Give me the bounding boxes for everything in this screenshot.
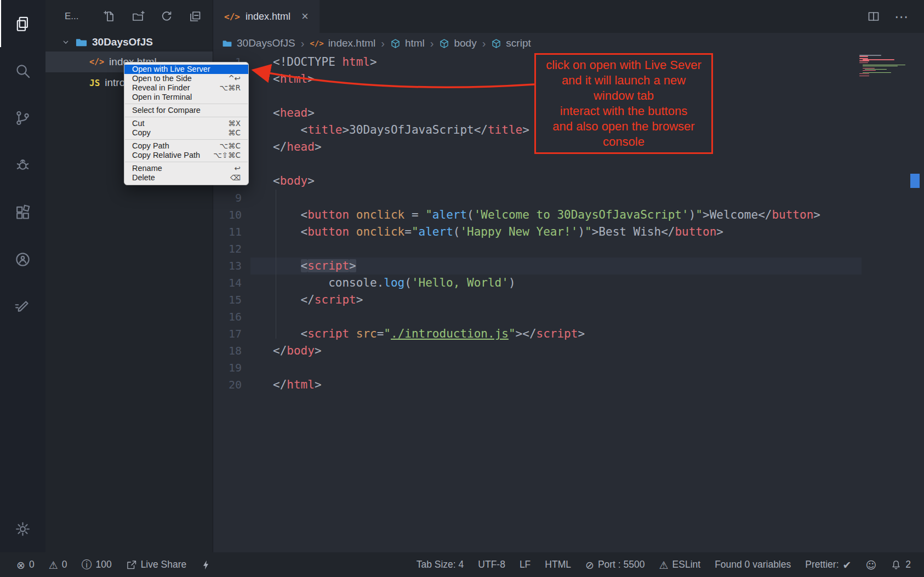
line-content: <button onclick = "alert('Welcome to 30D… [250,207,862,224]
breadcrumb-index.html[interactable]: </>index.html [310,37,375,49]
live-share-button[interactable] [0,236,45,283]
menu-item-copy[interactable]: Copy⌘C [124,128,248,138]
menu-separator [125,162,248,162]
menu-item-shortcut: ^↩ [228,74,241,83]
settings-button[interactable] [0,505,45,552]
menu-item-copy-path[interactable]: Copy Path⌥⌘C [124,141,248,151]
more-actions-icon[interactable]: ⋯ [894,9,909,25]
code-line-13[interactable]: 13 <script> [213,258,924,275]
menu-item-label: Open to the Side [132,74,192,83]
split-editor-icon[interactable] [867,10,880,23]
tab-close-icon[interactable]: × [301,9,309,24]
status-eslint[interactable]: ⚠ESLint [659,559,701,571]
status-eol[interactable]: LF [520,559,531,570]
menu-item-rename[interactable]: Rename↩ [124,164,248,173]
menu-item-shortcut: ⌫ [230,173,241,182]
tab-index-html[interactable]: </> index.html × [213,0,320,33]
code-line-12[interactable]: 12 [213,241,924,258]
status-tab-size[interactable]: Tab Size: 4 [417,559,464,570]
code-line-11[interactable]: 11 <button onclick="alert('Happy New Yea… [213,224,924,241]
minimap[interactable] [859,55,908,77]
tree-root-folder[interactable]: 30DaysOfJS [45,33,213,52]
collapse-all-icon [189,10,202,23]
line-content [250,156,862,173]
breadcrumb-separator: › [482,37,486,50]
breadcrumb-label: html [405,37,425,49]
code-line-14[interactable]: 14 console.log('Hello, World') [213,275,924,292]
menu-item-open-with-live-server[interactable]: Open with Live Server [124,65,248,74]
status-port[interactable]: ⊘Port : 5500 [585,559,645,571]
search-button[interactable] [0,47,45,94]
scrollbar-decoration[interactable] [910,174,920,188]
status-language-mode[interactable]: HTML [545,559,571,570]
extensions-button[interactable] [0,188,45,236]
code-line-10[interactable]: 10 <button onclick = "alert('Welcome to … [213,207,924,224]
pen-extension-button[interactable] [0,283,45,330]
code-line-18[interactable]: 18</body> [213,342,924,359]
breadcrumb-html[interactable]: html [390,37,425,49]
code-line-17[interactable]: 17 <script src="./introduction.js"></scr… [213,325,924,342]
menu-item-copy-relative-path[interactable]: Copy Relative Path⌥⇧⌘C [124,151,248,160]
code-line-19[interactable]: 19 [213,359,924,376]
status-bolt[interactable] [201,559,212,570]
status-encoding[interactable]: UTF-8 [478,559,505,570]
chevron-down-icon [61,37,71,47]
status-label: 0 [29,559,35,570]
status-feedback[interactable]: ☺ [865,559,876,571]
menu-item-delete[interactable]: Delete⌫ [124,173,248,182]
refresh-button[interactable] [160,10,173,23]
code-line-16[interactable]: 16 [213,309,924,325]
menu-item-select-for-compare[interactable]: Select for Compare [124,106,248,115]
sidebar-header: E... [45,0,213,33]
code-line-9[interactable]: 9 [213,190,924,207]
code-line-20[interactable]: 20</html> [213,376,924,393]
status-errors[interactable]: ⊗0 [16,559,35,571]
status-label: Live Share [141,559,187,570]
bug-icon [14,157,31,174]
new-file-button[interactable] [103,10,116,23]
menu-item-label: Copy Relative Path [132,151,200,160]
explorer-button[interactable] [0,0,45,47]
warning-icon: ⚠ [49,559,58,571]
menu-separator [125,104,248,104]
status-label: HTML [545,559,571,570]
menu-item-cut[interactable]: Cut⌘X [124,119,248,128]
code-line-15[interactable]: 15 </script> [213,292,924,309]
line-content: <body> [250,173,862,190]
code-line-8[interactable]: 8<body> [213,173,924,190]
menu-item-reveal-in-finder[interactable]: Reveal in Finder⌥⌘R [124,83,248,93]
status-variables[interactable]: Found 0 variables [715,559,791,570]
vscode-window: E... 30DaysOfJS </>index.htmlJSintroduct… [0,0,924,577]
info-icon: ⓘ [81,558,92,572]
html-file-icon: </> [224,12,240,22]
code-line-7[interactable]: 7 [213,156,924,173]
source-control-button[interactable] [0,94,45,141]
sidebar-actions [103,10,202,23]
status-notifications[interactable]: 2 [891,559,911,570]
status-label: 2 [905,559,911,570]
html-file-icon: </> [89,57,104,67]
new-folder-button[interactable] [132,10,145,23]
run-debug-button[interactable] [0,141,45,188]
activity-bar-top [0,0,45,330]
menu-item-shortcut: ⌘X [228,119,241,128]
activity-bar [0,0,45,552]
status-info-metric[interactable]: ⓘ100 [81,558,111,572]
error-icon: ⊗ [16,559,25,571]
breadcrumb-body[interactable]: body [439,37,476,49]
status-warnings[interactable]: ⚠0 [49,559,67,571]
status-label: 0 [62,559,67,570]
menu-item-open-in-terminal[interactable]: Open in Terminal [124,93,248,102]
line-content [250,241,862,258]
breadcrumb-30DaysOfJS[interactable]: 30DaysOfJS [222,37,295,49]
line-number: 10 [213,207,250,224]
breadcrumb-script[interactable]: script [491,37,531,49]
collapse-all-button[interactable] [189,10,202,23]
status-label: ESLint [672,559,701,570]
status-live-share[interactable]: Live Share [126,559,187,570]
annotation-line: window tab [537,88,710,104]
menu-item-label: Reveal in Finder [132,83,190,93]
smiley-icon: ☺ [865,559,876,571]
status-prettier[interactable]: Prettier:✔ [805,559,851,571]
menu-item-open-to-the-side[interactable]: Open to the Side^↩ [124,74,248,83]
